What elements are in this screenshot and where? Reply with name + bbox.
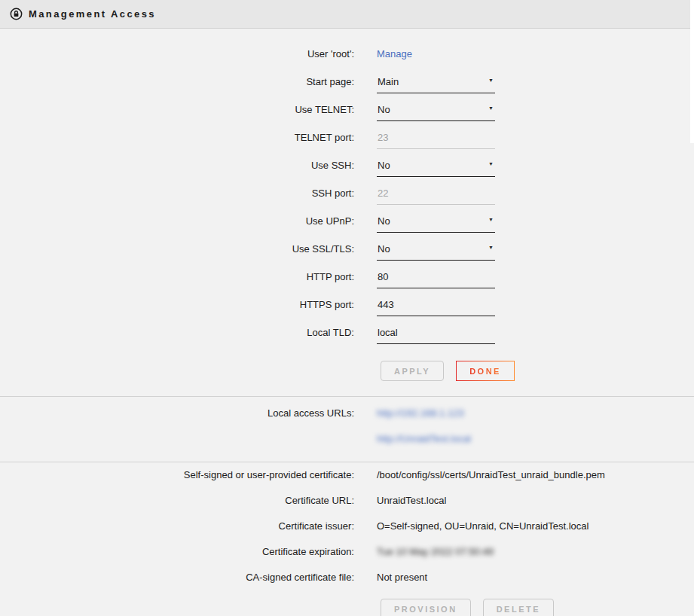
certificate-url-value: UnraidTest.local	[377, 488, 447, 514]
certificate-buttons: PROVISION DELETE	[381, 599, 694, 616]
certificate-section: Self-signed or user-provided certificate…	[0, 462, 694, 616]
certificate-expiration-label: Certificate expiration:	[0, 539, 354, 565]
certificate-expiration-value: Tue 10 May 2022 07:50:49	[377, 539, 494, 565]
user-root-label: User 'root':	[0, 44, 354, 65]
lock-circle-icon	[10, 8, 23, 20]
row-user-root: User 'root': Manage	[0, 44, 694, 72]
ca-signed-file-label: CA-signed certificate file:	[0, 565, 354, 590]
row-use-upnp: Use UPnP: No ▼	[0, 211, 694, 239]
row-ca-signed-file: CA-signed certificate file: Not present	[0, 565, 694, 590]
https-port-input[interactable]	[377, 295, 495, 316]
row-ssh-port: SSH port:	[0, 183, 694, 211]
certificate-url-label: Certificate URL:	[0, 488, 354, 514]
local-access-section: Local access URLs: http://192.168.1.123 …	[0, 396, 694, 462]
row-local-access-urls: Local access URLs: http://192.168.1.123 …	[0, 404, 694, 455]
certificate-issuer-label: Certificate issuer:	[0, 514, 354, 539]
self-signed-cert-value: /boot/config/ssl/certs/UnraidTest_unraid…	[377, 462, 605, 488]
page-header: Management Access	[0, 0, 694, 29]
https-port-label: HTTPS port:	[0, 294, 354, 316]
use-upnp-select[interactable]: No	[377, 212, 495, 233]
delete-button[interactable]: DELETE	[483, 599, 554, 616]
row-http-port: HTTP port:	[0, 267, 694, 294]
manage-root-link[interactable]: Manage	[377, 48, 412, 59]
scrollbar-thumb[interactable]	[690, 0, 694, 143]
certificate-issuer-value: O=Self-signed, OU=Unraid, CN=UnraidTest.…	[377, 514, 589, 539]
page-title: Management Access	[29, 8, 156, 20]
use-ssh-label: Use SSH:	[0, 155, 354, 176]
use-telnet-select[interactable]: No	[377, 100, 495, 121]
use-ssh-select[interactable]: No	[377, 156, 495, 177]
row-telnet-port: TELNET port:	[0, 127, 694, 155]
row-certificate-url: Certificate URL: UnraidTest.local	[0, 488, 694, 514]
row-use-ssh: Use SSH: No ▼	[0, 155, 694, 183]
row-use-ssl: Use SSL/TLS: No ▼	[0, 239, 694, 267]
http-port-input[interactable]	[377, 267, 495, 288]
use-telnet-label: Use TELNET:	[0, 99, 354, 120]
ca-signed-file-value: Not present	[377, 565, 427, 590]
start-page-select[interactable]: Main	[377, 72, 495, 93]
row-local-tld: Local TLD:	[0, 322, 694, 350]
done-button[interactable]: DONE	[456, 361, 515, 381]
local-access-urls-label: Local access URLs:	[0, 404, 354, 423]
row-start-page: Start page: Main ▼	[0, 72, 694, 99]
ssh-port-input	[377, 184, 495, 205]
use-ssl-select[interactable]: No	[377, 239, 495, 261]
ssh-port-label: SSH port:	[0, 183, 354, 204]
form-buttons: APPLY DONE	[381, 361, 694, 381]
local-access-url-2[interactable]: http://UnraidTest.local	[377, 433, 471, 444]
telnet-port-label: TELNET port:	[0, 127, 354, 148]
apply-button[interactable]: APPLY	[381, 361, 444, 381]
telnet-port-input	[377, 128, 495, 149]
provision-button[interactable]: PROVISION	[381, 599, 471, 616]
use-upnp-label: Use UPnP:	[0, 211, 354, 232]
row-https-port: HTTPS port:	[0, 294, 694, 322]
local-tld-label: Local TLD:	[0, 322, 354, 343]
row-use-telnet: Use TELNET: No ▼	[0, 99, 694, 127]
self-signed-cert-label: Self-signed or user-provided certificate…	[0, 462, 354, 488]
settings-form: User 'root': Manage Start page: Main ▼ U…	[0, 29, 694, 396]
start-page-label: Start page:	[0, 72, 354, 93]
http-port-label: HTTP port:	[0, 267, 354, 288]
row-self-signed-cert: Self-signed or user-provided certificate…	[0, 462, 694, 488]
row-certificate-issuer: Certificate issuer: O=Self-signed, OU=Un…	[0, 514, 694, 539]
row-certificate-expiration: Certificate expiration: Tue 10 May 2022 …	[0, 539, 694, 565]
use-ssl-label: Use SSL/TLS:	[0, 239, 354, 260]
local-access-url-1[interactable]: http://192.168.1.123	[377, 407, 464, 419]
local-tld-input[interactable]	[377, 323, 495, 344]
